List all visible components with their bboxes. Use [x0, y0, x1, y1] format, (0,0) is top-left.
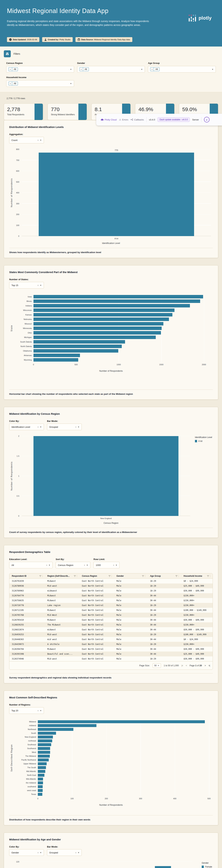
bar-the-south[interactable]	[38, 766, 46, 769]
bar-wyoming[interactable]	[33, 358, 78, 362]
chevron-down-icon[interactable]: ▼	[40, 426, 42, 428]
column-header[interactable]: Census Region	[80, 575, 114, 577]
clear-icon[interactable]: x	[75, 426, 76, 428]
bar-new-england[interactable]	[38, 736, 53, 739]
bar-indiana[interactable]	[33, 304, 190, 307]
chevron-down-icon[interactable]: ▼	[86, 564, 88, 566]
bar-southwest[interactable]	[38, 747, 50, 750]
selected-chip[interactable]: xAll	[150, 67, 160, 71]
column-header[interactable]: Region (Self-Describ...	[45, 575, 80, 577]
chevron-down-icon[interactable]: ▼	[78, 852, 80, 854]
gender-select[interactable]: xAll ▼	[77, 66, 145, 72]
chevron-down-icon[interactable]: ▼	[40, 710, 42, 712]
bar-ohio[interactable]	[33, 331, 161, 335]
table-row[interactable]: 3126780936Mid-westEast North CentralMale…	[9, 584, 213, 588]
bar-west-coast[interactable]	[38, 789, 43, 792]
chip-remove-icon[interactable]: x	[80, 67, 83, 71]
clear-icon[interactable]: x	[84, 564, 85, 566]
bar-mid-atlantic[interactable]	[38, 770, 45, 773]
clear-icon[interactable]: x	[38, 710, 39, 712]
table-row[interactable]: 3126726778Lake regionEast North CentralM…	[9, 603, 213, 608]
page-size-select[interactable]: 50▼	[153, 663, 161, 668]
filter-funnel-icon[interactable]	[39, 575, 41, 577]
filter-funnel-icon[interactable]	[176, 575, 178, 577]
table-row[interactable]: 3126448363mid westEast North CentralMale…	[9, 637, 213, 642]
number-of-regions-select[interactable]: Top 20 x▼	[9, 707, 44, 714]
bar-upper-midwest[interactable]	[38, 762, 46, 765]
filter-funnel-icon[interactable]	[108, 575, 110, 577]
last-page-button[interactable]: >|	[209, 664, 210, 667]
table-row[interactable]: 3126756635MidwestEast North CentralMale3…	[9, 598, 213, 603]
table-row[interactable]: 3126764770MidwestEast North CentralMale3…	[9, 593, 213, 598]
filter-funnel-icon[interactable]	[207, 575, 209, 577]
collapse-toolbar-button[interactable]: »	[204, 117, 210, 122]
table-row[interactable]: 3126769963midewestEast North CentralMale…	[9, 588, 213, 593]
bar-iowa[interactable]	[33, 295, 203, 299]
column-header[interactable]: Gender	[114, 575, 148, 577]
bar-the-midwest[interactable]	[38, 781, 43, 784]
chip-remove-icon[interactable]: x	[9, 82, 12, 85]
bar-midwest[interactable]	[38, 720, 205, 723]
selected-chip[interactable]: xAll	[80, 67, 89, 71]
bar-northeast[interactable]	[38, 739, 52, 742]
table-row[interactable]: 3126632874midwestEast North CentralMale3…	[9, 627, 213, 632]
table-row[interactable]: 3126791039MidwestEast North CentralMale1…	[9, 579, 213, 584]
next-page-button[interactable]: >	[205, 664, 206, 667]
bar-north-east[interactable]	[38, 774, 44, 777]
bar-texas[interactable]	[38, 793, 42, 796]
bar-northeast[interactable]	[38, 728, 73, 731]
prev-page-button[interactable]: <	[186, 664, 187, 667]
color-by-select[interactable]: Gender x▼	[9, 849, 44, 856]
chevron-down-icon[interactable]: ▼	[40, 139, 42, 141]
chevron-down-icon[interactable]: ▼	[141, 68, 142, 70]
bar-mode-select[interactable]: Grouped x▼	[47, 424, 82, 430]
clear-icon[interactable]: x	[38, 426, 39, 428]
table-row[interactable]: 3126394704MidwestEast North CentralMale3…	[9, 647, 213, 652]
table-row[interactable]: 3126705768Mid-WestEast North CentralMale…	[9, 613, 213, 618]
bar-kansas[interactable]	[33, 313, 172, 316]
bar-a-lot[interactable]	[39, 153, 194, 236]
selected-chip[interactable]: xAll	[8, 82, 18, 85]
bar-wisconsin[interactable]	[33, 309, 175, 312]
bar-oklahoma[interactable]	[33, 349, 118, 352]
table-row[interactable]: 3126459253Mid-westEast North CentralMale…	[9, 632, 213, 637]
first-page-button[interactable]: |<	[182, 664, 183, 667]
table-row[interactable]: 3126439073A shitholeEast North CentralMa…	[9, 642, 213, 647]
bar-arkansas[interactable]	[33, 353, 80, 357]
chevron-down-icon[interactable]: ▼	[158, 665, 159, 666]
bar-missouri[interactable]	[33, 322, 163, 326]
update-available-badge[interactable]: Dash update available - v4.0.0	[157, 117, 190, 122]
clear-icon[interactable]: x	[75, 851, 76, 854]
column-header[interactable]: Respondent ID	[9, 575, 45, 577]
filter-funnel-icon[interactable]	[74, 575, 76, 577]
selected-chip[interactable]: xAll	[8, 67, 18, 71]
clear-icon[interactable]: x	[113, 564, 114, 566]
legend-entry[interactable]: A lot	[195, 440, 212, 442]
clear-icon[interactable]: x	[38, 851, 39, 854]
bar-nebraska[interactable]	[33, 317, 169, 321]
column-header[interactable]: Age Group	[148, 575, 181, 577]
row-limit-select[interactable]: 1000 x▼	[94, 562, 120, 568]
bar-michigan[interactable]	[33, 336, 156, 339]
bar-south-dakota[interactable]	[33, 340, 125, 344]
bar-midwest[interactable]	[38, 724, 96, 727]
clear-icon[interactable]: x	[38, 139, 39, 141]
plotly-cloud-button[interactable]: Plotly Cloud	[101, 118, 117, 121]
bar-female[interactable]	[155, 866, 171, 868]
bar-minnesota[interactable]	[33, 327, 162, 330]
callbacks-button[interactable]: Callbacks	[131, 118, 144, 121]
chevron-down-icon[interactable]: ▼	[70, 68, 72, 70]
bar-pacific-northwest[interactable]	[38, 758, 49, 762]
legend-entry[interactable]: Female	[202, 866, 212, 868]
table-row[interactable]: 3126374946Mid-westEast North CentralMale…	[9, 656, 213, 661]
sort-by-select[interactable]: Census Region x▼	[56, 562, 90, 568]
bar-mode-select[interactable]: Grouped x▼	[47, 849, 82, 856]
chevron-down-icon[interactable]: ▼	[212, 68, 214, 70]
census-region-select[interactable]: xAll ▼	[6, 66, 74, 72]
education-level-select[interactable]: All x▼	[9, 562, 53, 568]
bar-south[interactable]	[38, 732, 56, 735]
table-row[interactable]: 3126639255The MidwestEast North CentralM…	[9, 622, 213, 627]
bar-mid-atlantic[interactable]	[38, 778, 43, 780]
age-group-select[interactable]: xAll ▼	[148, 66, 216, 72]
chevron-down-icon[interactable]: ▼	[49, 564, 50, 566]
